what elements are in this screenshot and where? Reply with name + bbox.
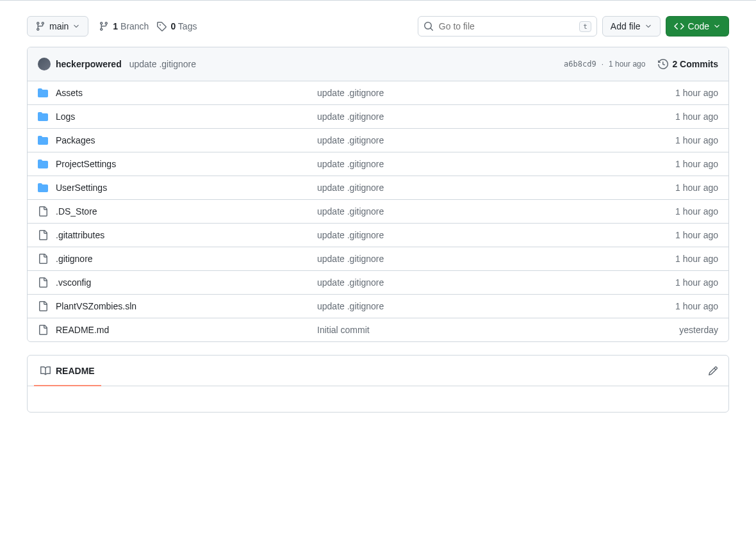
file-row: .gitignoreupdate .gitignore1 hour ago — [28, 247, 728, 271]
chevron-down-icon — [645, 22, 652, 30]
file-time: 1 hour ago — [629, 111, 718, 122]
file-time: 1 hour ago — [629, 183, 718, 193]
file-commit-message[interactable]: update .gitignore — [317, 88, 384, 98]
file-time: yesterday — [629, 325, 718, 335]
file-icon — [38, 206, 48, 217]
readme-body — [28, 386, 728, 412]
chevron-down-icon — [72, 22, 80, 30]
file-name-link[interactable]: Assets — [56, 88, 83, 98]
folder-icon — [38, 88, 48, 98]
file-row: Logsupdate .gitignore1 hour ago — [28, 105, 728, 129]
commits-history-link[interactable]: 2 Commits — [658, 59, 718, 69]
readme-box: README — [27, 355, 729, 413]
file-name-link[interactable]: .vsconfig — [56, 277, 91, 288]
book-icon — [40, 366, 51, 376]
latest-commit-header[interactable]: heckerpowered update .gitignore a6b8cd9 … — [28, 47, 728, 81]
add-file-button[interactable]: Add file — [602, 16, 661, 37]
file-commit-message[interactable]: update .gitignore — [317, 135, 384, 145]
file-commit-message[interactable]: update .gitignore — [317, 254, 384, 264]
folder-icon — [38, 135, 48, 145]
file-icon — [38, 277, 48, 288]
file-time: 1 hour ago — [629, 301, 718, 311]
code-icon — [674, 21, 684, 31]
folder-icon — [38, 159, 48, 169]
file-time: 1 hour ago — [629, 159, 718, 169]
history-icon — [658, 59, 668, 69]
file-time: 1 hour ago — [629, 277, 718, 288]
file-time: 1 hour ago — [629, 206, 718, 217]
file-row: ProjectSettingsupdate .gitignore1 hour a… — [28, 152, 728, 176]
file-name-link[interactable]: PlantVSZombies.sln — [56, 301, 136, 311]
file-row: PlantVSZombies.slnupdate .gitignore1 hou… — [28, 295, 728, 318]
search-icon — [423, 21, 434, 31]
file-name-link[interactable]: ProjectSettings — [56, 159, 116, 169]
folder-icon — [38, 183, 48, 193]
git-branch-icon — [99, 21, 109, 31]
file-row: .vsconfigupdate .gitignore1 hour ago — [28, 271, 728, 295]
file-name-link[interactable]: UserSettings — [56, 183, 107, 193]
commit-author[interactable]: heckerpowered — [56, 59, 122, 69]
git-branch-icon — [35, 21, 45, 31]
file-row: Packagesupdate .gitignore1 hour ago — [28, 129, 728, 152]
file-row: README.mdInitial commityesterday — [28, 318, 728, 341]
file-tree-box: heckerpowered update .gitignore a6b8cd9 … — [27, 47, 729, 342]
file-row: UserSettingsupdate .gitignore1 hour ago — [28, 176, 728, 200]
file-icon — [38, 230, 48, 240]
search-kbd-hint: t — [579, 21, 591, 32]
file-time: 1 hour ago — [629, 88, 718, 98]
file-icon — [38, 301, 48, 311]
file-name-link[interactable]: .DS_Store — [56, 206, 97, 217]
readme-tab[interactable]: README — [34, 356, 101, 386]
branches-link[interactable]: 1 Branch — [99, 21, 149, 31]
file-row: .gitattributesupdate .gitignore1 hour ag… — [28, 224, 728, 247]
file-commit-message[interactable]: update .gitignore — [317, 301, 384, 311]
avatar[interactable] — [38, 58, 51, 70]
go-to-file-input[interactable] — [439, 21, 574, 31]
file-name-link[interactable]: .gitattributes — [56, 230, 104, 240]
file-time: 1 hour ago — [629, 254, 718, 264]
folder-icon — [38, 111, 48, 122]
file-name-link[interactable]: README.md — [56, 325, 109, 335]
commit-relative-time: 1 hour ago — [609, 60, 645, 69]
file-icon — [38, 325, 48, 335]
tag-icon — [156, 21, 167, 31]
file-toolbar: main 1 Branch 0 Tags t Add file Cod — [27, 16, 729, 37]
file-commit-message[interactable]: update .gitignore — [317, 159, 384, 169]
commit-message[interactable]: update .gitignore — [129, 59, 196, 69]
code-button[interactable]: Code — [666, 16, 729, 37]
chevron-down-icon — [713, 22, 721, 30]
tags-link[interactable]: 0 Tags — [156, 21, 197, 31]
file-name-link[interactable]: Packages — [56, 135, 95, 145]
branch-name: main — [49, 21, 69, 31]
pencil-icon — [708, 366, 718, 376]
file-commit-message[interactable]: Initial commit — [317, 325, 370, 335]
file-commit-message[interactable]: update .gitignore — [317, 277, 384, 288]
file-commit-message[interactable]: update .gitignore — [317, 230, 384, 240]
go-to-file-search[interactable]: t — [418, 16, 597, 37]
file-name-link[interactable]: Logs — [56, 111, 75, 122]
file-name-link[interactable]: .gitignore — [56, 254, 93, 264]
commit-sha[interactable]: a6b8cd9 — [564, 60, 596, 69]
file-commit-message[interactable]: update .gitignore — [317, 183, 384, 193]
file-icon — [38, 254, 48, 264]
file-time: 1 hour ago — [629, 230, 718, 240]
file-commit-message[interactable]: update .gitignore — [317, 111, 384, 122]
edit-readme-button[interactable] — [704, 362, 722, 380]
file-time: 1 hour ago — [629, 135, 718, 145]
readme-tab-label: README — [56, 366, 95, 376]
file-row: Assetsupdate .gitignore1 hour ago — [28, 81, 728, 105]
file-commit-message[interactable]: update .gitignore — [317, 206, 384, 217]
file-row: .DS_Storeupdate .gitignore1 hour ago — [28, 200, 728, 224]
branch-picker-button[interactable]: main — [27, 16, 88, 37]
